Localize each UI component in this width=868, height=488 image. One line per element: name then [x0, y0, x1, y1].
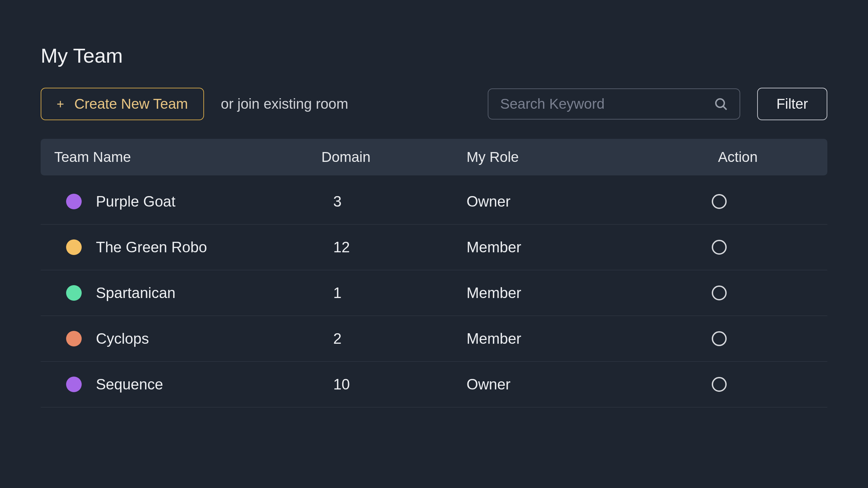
role-cell: Owner	[467, 376, 662, 393]
team-name-cell: Purple Goat	[54, 193, 315, 210]
team-color-dot	[66, 194, 82, 209]
action-radio[interactable]	[712, 285, 727, 300]
domain-cell: 3	[315, 193, 466, 210]
table-row[interactable]: Purple Goat3Owner	[41, 179, 827, 225]
team-name-cell: Sequence	[54, 376, 315, 393]
team-name-text: Sequence	[96, 376, 163, 393]
svg-point-0	[716, 99, 724, 107]
team-name-cell: The Green Robo	[54, 239, 315, 256]
action-radio[interactable]	[712, 331, 727, 346]
teams-table: Team Name Domain My Role Action Purple G…	[41, 139, 827, 407]
team-name-text: Purple Goat	[96, 193, 176, 210]
plus-icon: +	[57, 97, 64, 111]
action-cell	[662, 285, 814, 300]
domain-cell: 10	[315, 376, 466, 393]
header-domain: Domain	[315, 149, 466, 165]
team-color-dot	[66, 285, 82, 301]
domain-cell: 12	[315, 239, 466, 256]
role-cell: Owner	[467, 193, 662, 210]
create-button-label: Create New Team	[74, 96, 188, 112]
action-cell	[662, 194, 814, 209]
action-radio[interactable]	[712, 377, 727, 392]
team-name-cell: Cyclops	[54, 330, 315, 347]
search-input[interactable]	[500, 96, 714, 112]
join-existing-room-text: or join existing room	[221, 96, 348, 112]
role-cell: Member	[467, 284, 662, 301]
team-color-dot	[66, 239, 82, 255]
team-color-dot	[66, 331, 82, 346]
table-row[interactable]: Sequence10Owner	[41, 362, 827, 407]
team-name-text: Cyclops	[96, 330, 149, 347]
action-cell	[662, 240, 814, 255]
domain-cell: 2	[315, 330, 466, 347]
svg-line-1	[723, 107, 726, 110]
page-title: My Team	[41, 44, 827, 67]
action-cell	[662, 377, 814, 392]
table-row[interactable]: The Green Robo12Member	[41, 225, 827, 270]
role-cell: Member	[467, 239, 662, 256]
domain-cell: 1	[315, 284, 466, 301]
action-cell	[662, 331, 814, 346]
table-row[interactable]: Cyclops2Member	[41, 316, 827, 362]
search-icon	[714, 97, 728, 111]
header-my-role: My Role	[467, 149, 662, 165]
filter-button[interactable]: Filter	[757, 88, 827, 120]
team-name-text: The Green Robo	[96, 239, 207, 256]
header-action: Action	[662, 149, 814, 165]
role-cell: Member	[467, 330, 662, 347]
team-name-text: Spartanican	[96, 284, 176, 301]
action-radio[interactable]	[712, 240, 727, 255]
header-team-name: Team Name	[54, 149, 315, 165]
create-new-team-button[interactable]: + Create New Team	[41, 88, 204, 120]
table-header: Team Name Domain My Role Action	[41, 139, 827, 175]
team-name-cell: Spartanican	[54, 284, 315, 301]
team-color-dot	[66, 377, 82, 392]
filter-button-label: Filter	[776, 96, 808, 112]
controls-row: + Create New Team or join existing room …	[41, 88, 827, 120]
table-body: Purple Goat3OwnerThe Green Robo12MemberS…	[41, 179, 827, 407]
table-row[interactable]: Spartanican1Member	[41, 270, 827, 316]
search-wrapper	[488, 88, 740, 120]
action-radio[interactable]	[712, 194, 727, 209]
